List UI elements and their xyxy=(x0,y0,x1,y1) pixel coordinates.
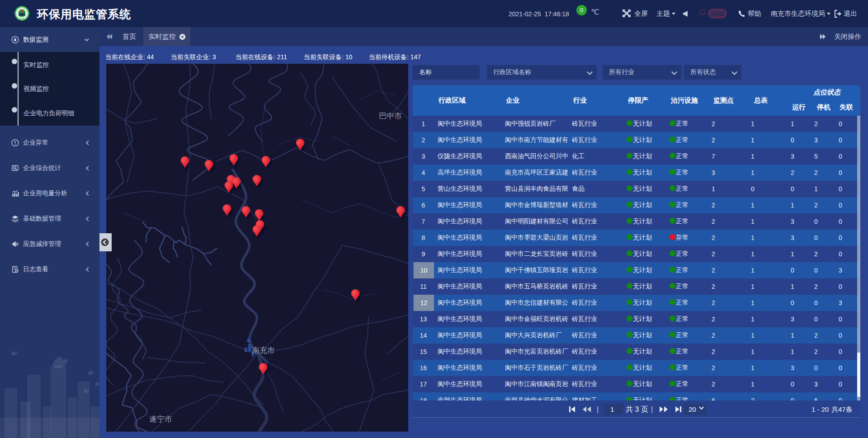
svg-text:遂宁市: 遂宁市 xyxy=(149,415,172,424)
svg-text:南充市: 南充市 xyxy=(252,346,275,355)
svg-text:巴中市: 巴中市 xyxy=(379,112,402,120)
